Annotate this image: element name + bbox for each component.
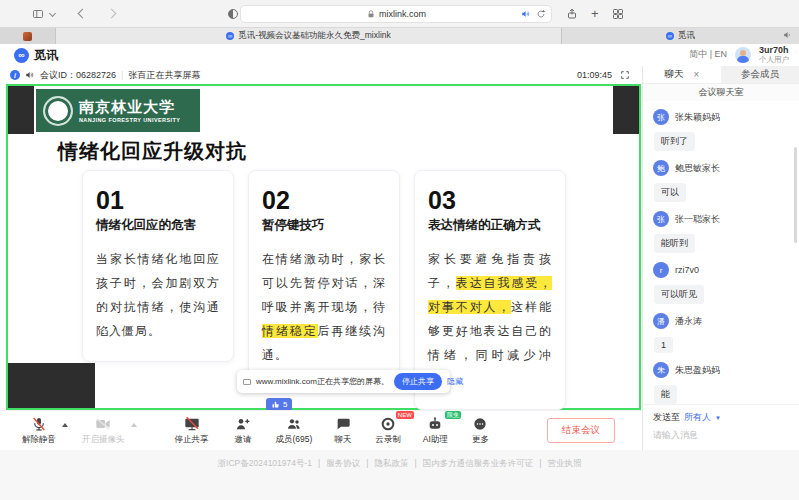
audio-icon[interactable] bbox=[521, 9, 531, 19]
brand[interactable]: ∞ 觅讯 bbox=[14, 47, 58, 64]
chat-icon bbox=[335, 416, 351, 432]
reload-icon[interactable] bbox=[536, 9, 546, 19]
message-bubble: 能 bbox=[654, 385, 677, 404]
avatar[interactable] bbox=[735, 47, 751, 63]
icp-number: 浙ICP备2024101974号-1 bbox=[218, 458, 313, 500]
card-2: 02 暂停键技巧 在情绪激动时，家长可以先暂停对话，深呼吸并离开现场，待情绪稳定… bbox=[248, 170, 400, 386]
tab-members[interactable]: 参会成员 bbox=[721, 66, 799, 83]
invite-button[interactable]: 邀请 bbox=[235, 416, 252, 446]
second-tab[interactable]: ∞ 觅讯 bbox=[562, 28, 799, 44]
card-1: 01 情绪化回应的危害 当家长情绪化地回应孩子时，会加剧双方的对抗情绪，使沟通陷… bbox=[82, 170, 234, 362]
sender-name: 鲍思敏家长 bbox=[675, 162, 720, 175]
mic-options-caret[interactable] bbox=[62, 423, 68, 427]
footer-link-terms[interactable]: 服务协议 bbox=[326, 458, 360, 500]
footer-link-privacy[interactable]: 隐私政策 bbox=[375, 458, 409, 500]
avatar: r bbox=[653, 262, 669, 278]
mixlink-favicon: ∞ bbox=[226, 32, 234, 40]
video-tile[interactable] bbox=[8, 86, 34, 134]
card-body: 在情绪激动时，家长可以先暂停对话，深呼吸并离开现场，待情绪稳定后再继续沟通。 bbox=[262, 247, 386, 367]
mic-muted-icon bbox=[31, 416, 47, 432]
tab-chat[interactable]: 聊天 × bbox=[643, 66, 721, 83]
record-icon bbox=[380, 416, 396, 432]
second-tab-title: 觅讯 bbox=[678, 30, 695, 42]
cloud-record-button[interactable]: NEW 云录制 bbox=[375, 416, 401, 446]
footer-link-business[interactable]: 营业执照 bbox=[547, 458, 581, 500]
screen-share-popup: www.mixlink.com正在共享您的屏幕。 停止共享 隐藏 bbox=[237, 370, 450, 393]
meeting-id: 会议ID：06282726 bbox=[40, 69, 116, 82]
end-meeting-button[interactable]: 结束会议 bbox=[547, 418, 615, 443]
sidebar-toggle-icon[interactable] bbox=[32, 8, 44, 20]
members-button[interactable]: 成员(695) bbox=[276, 416, 313, 446]
speaker-icon[interactable] bbox=[25, 70, 35, 80]
language-switch[interactable]: 简中 | EN bbox=[689, 48, 727, 61]
active-tab[interactable]: ∞ 觅讯-视频会议基础功能永久免费_mixlink bbox=[56, 28, 562, 44]
info-icon[interactable]: i bbox=[10, 70, 20, 80]
avatar: 张 bbox=[653, 109, 669, 125]
chat-message: 张张朱颖妈妈 听到了 bbox=[653, 109, 789, 160]
university-banner: 南京林业大学 NANJING FORESTRY UNIVERSITY bbox=[36, 89, 200, 132]
message-bubble: 听到了 bbox=[654, 132, 695, 151]
card-number: 02 bbox=[262, 186, 386, 215]
card-subtitle: 表达情绪的正确方式 bbox=[428, 217, 552, 234]
ai-icon bbox=[427, 416, 443, 432]
reaction-count: 5 bbox=[283, 400, 287, 409]
slide-title: 情绪化回应升级对抗 bbox=[58, 138, 247, 165]
chat-button[interactable]: 聊天 bbox=[334, 416, 351, 446]
chat-message: rrzi7v0 可以听见 bbox=[653, 262, 789, 313]
invite-icon bbox=[235, 416, 251, 432]
shared-screen: 南京林业大学 NANJING FORESTRY UNIVERSITY 情绪化回应… bbox=[6, 84, 641, 410]
university-name-cn: 南京林业大学 bbox=[79, 98, 180, 117]
avatar: 张 bbox=[653, 211, 669, 227]
screen-icon bbox=[243, 379, 251, 385]
pinned-tab[interactable] bbox=[0, 28, 56, 44]
app-header: ∞ 觅讯 简中 | EN 3ur70h 个人用户 bbox=[0, 44, 799, 66]
browser-chrome: mixlink.com + bbox=[0, 0, 799, 28]
unmute-button[interactable]: 解除静音 bbox=[22, 416, 56, 446]
chat-messages[interactable]: 张张朱颖妈妈 听到了 鲍鲍思敏家长 可以 张张一聪家长 能听到 rrzi7v0 … bbox=[643, 101, 799, 404]
stop-share-popup-button[interactable]: 停止共享 bbox=[394, 373, 442, 390]
chat-message: 鲍鲍思敏家长 可以 bbox=[653, 160, 789, 211]
camera-on-button[interactable]: 开启摄像头 bbox=[82, 416, 125, 446]
chevron-down-icon[interactable]: ▼ bbox=[715, 415, 721, 421]
active-tab-title: 觅讯-视频会议基础功能永久免费_mixlink bbox=[238, 30, 391, 42]
chevron-down-icon[interactable] bbox=[49, 10, 56, 17]
video-tile[interactable] bbox=[613, 86, 639, 134]
forward-icon[interactable] bbox=[107, 9, 117, 19]
sender-name: 朱思盈妈妈 bbox=[675, 364, 720, 377]
sharing-status: 张百正在共享屏幕 bbox=[128, 69, 200, 82]
share-icon[interactable] bbox=[566, 8, 578, 20]
more-icon bbox=[472, 416, 488, 432]
avatar: 朱 bbox=[653, 362, 669, 378]
chat-room-title: 会议聊天室 bbox=[643, 84, 799, 101]
more-button[interactable]: 更多 bbox=[472, 416, 489, 446]
back-icon[interactable] bbox=[78, 9, 88, 19]
meeting-info-bar: i 会议ID：06282726 | 张百正在共享屏幕 01:09:45 bbox=[0, 66, 642, 84]
thumbs-up-icon bbox=[271, 400, 280, 409]
chat-input[interactable] bbox=[653, 430, 789, 440]
sender-name: 潘永涛 bbox=[675, 315, 702, 328]
university-emblem-icon bbox=[43, 96, 73, 126]
mixlink-logo-icon: ∞ bbox=[14, 48, 29, 63]
send-to-selector[interactable]: 所有人 bbox=[684, 411, 711, 424]
tab-overview-icon[interactable] bbox=[612, 8, 624, 20]
page-privacy-icon[interactable] bbox=[228, 9, 238, 19]
fullscreen-icon[interactable] bbox=[620, 70, 630, 80]
sender-name: 张一聪家长 bbox=[675, 213, 720, 226]
tab-audio-icon[interactable] bbox=[783, 30, 793, 40]
address-bar[interactable]: mixlink.com bbox=[240, 5, 552, 23]
stop-share-button[interactable]: 停止共享 bbox=[175, 416, 209, 446]
ai-assistant-button[interactable]: 限免 AI助理 bbox=[423, 416, 448, 446]
footer-link-license[interactable]: 国内多方通信服务业务许可证 bbox=[423, 458, 534, 500]
members-icon bbox=[286, 416, 302, 432]
message-bubble: 能听到 bbox=[654, 234, 695, 253]
hide-popup-link[interactable]: 隐藏 bbox=[447, 376, 463, 387]
sender-name: rzi7v0 bbox=[675, 265, 699, 275]
card-subtitle: 暂停键技巧 bbox=[262, 217, 386, 234]
camera-options-caret[interactable] bbox=[131, 423, 137, 427]
mixlink-favicon: ∞ bbox=[666, 32, 674, 40]
pinned-tab-favicon bbox=[23, 32, 32, 41]
new-tab-icon[interactable]: + bbox=[591, 7, 599, 20]
scrollbar[interactable] bbox=[794, 147, 797, 243]
close-icon[interactable]: × bbox=[694, 69, 700, 80]
meeting-main: i 会议ID：06282726 | 张百正在共享屏幕 01:09:45 bbox=[0, 66, 642, 450]
